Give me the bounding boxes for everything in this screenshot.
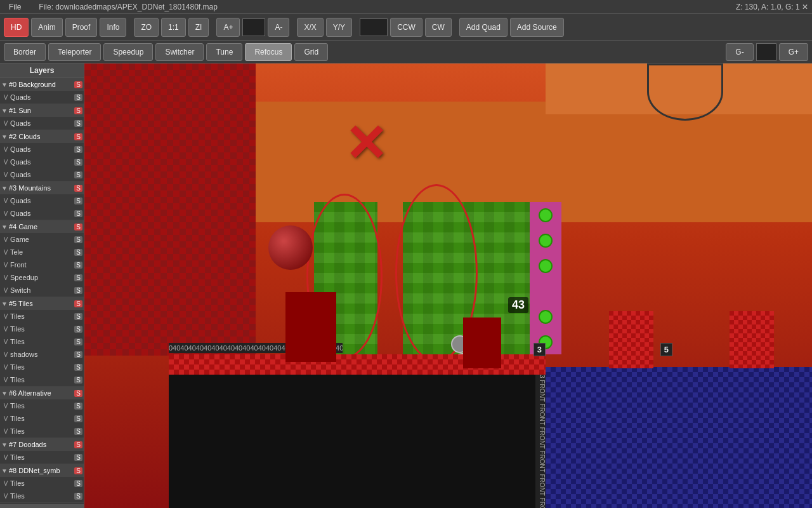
layer-group-8: ▼ #8 DDNet_symb S V Tiles S V Tiles S (0, 464, 84, 503)
layer-group-0-header[interactable]: ▼ #0 Background S (0, 78, 84, 91)
cw-button[interactable]: CW (425, 18, 452, 37)
layer-8-tiles-2[interactable]: V Tiles S (0, 490, 84, 502)
green-dot-4 (539, 310, 553, 324)
add-source-button[interactable]: Add Source (510, 18, 564, 37)
proof-button[interactable]: Proof (65, 18, 98, 37)
aplus-button[interactable]: A+ (216, 18, 240, 37)
group-8-s[interactable]: S (74, 467, 82, 474)
layer-group-2-header[interactable]: ▼ #2 Clouds S (0, 130, 84, 143)
group-2-s[interactable]: S (74, 133, 82, 140)
zi-button[interactable]: ZI (188, 18, 209, 37)
g-plus-button[interactable]: G+ (779, 43, 808, 61)
layer-4-tele[interactable]: V Tele S (0, 246, 84, 258)
layer-0-quads[interactable]: V Quads S (0, 91, 84, 104)
layer-group-7-header[interactable]: ▼ #7 Doodads S (0, 438, 84, 451)
layer-0-quads-name: Quads (10, 93, 73, 101)
canvas-area[interactable]: ✕ 43 04040404040404040404040404040404040… (84, 64, 812, 508)
zoom-val-button[interactable]: 1:1 (161, 18, 186, 37)
info-button[interactable]: Info (100, 18, 126, 37)
layer-2-quads-1[interactable]: V Quads S (0, 143, 84, 156)
red-deco-mid (463, 318, 501, 368)
terrain-step-1 (622, 114, 812, 165)
layer-group-2: ▼ #2 Clouds S V Quads S V Quads S V Quad… (0, 130, 84, 182)
alpha-input[interactable]: 1 (242, 18, 265, 36)
group-4-s[interactable]: S (74, 224, 82, 231)
layer-2-quads-3[interactable]: V Quads S (0, 168, 84, 181)
group-6-s[interactable]: S (74, 390, 82, 397)
hd-button[interactable]: HD (4, 18, 29, 37)
switcher-button[interactable]: Switcher (155, 43, 204, 61)
speedup-button[interactable]: Speedup (103, 43, 153, 61)
layer-2-quads-2[interactable]: V Quads S (0, 156, 84, 168)
g-value-input[interactable]: 1 (756, 43, 776, 61)
group-4-name: #4 Game (9, 223, 73, 231)
tune-button[interactable]: Tune (206, 43, 242, 61)
file-title: File: downloadedmaps/APEX_DDNet_1801480f… (39, 3, 218, 11)
layer-5-tiles-2[interactable]: V Tiles S (0, 323, 84, 335)
terrain-step-3 (571, 64, 622, 102)
xx-button[interactable]: X/X (297, 18, 323, 37)
ccw-button[interactable]: CCW (390, 18, 422, 37)
layer-4-speedup[interactable]: V Speedup S (0, 271, 84, 284)
layer-1-quads[interactable]: V Quads S (0, 117, 84, 130)
group-0-s[interactable]: S (74, 81, 82, 88)
dark-area-bottom (169, 375, 546, 508)
anim-button[interactable]: Anim (31, 18, 62, 37)
layer-6-tiles-3[interactable]: V Tiles S (0, 425, 84, 438)
group-1-s[interactable]: S (74, 107, 82, 114)
group-3-s[interactable]: S (74, 185, 82, 192)
vertical-num-strip: 3 FRONT FRONT FRONT FRONT FRONT FRONT FR… (535, 375, 546, 508)
group-2-name: #2 Clouds (9, 133, 73, 140)
layer-group-1-header[interactable]: ▼ #1 Sun S (0, 104, 84, 117)
angle-input[interactable]: 90 (360, 18, 388, 36)
layer-2-quads-3-s[interactable]: S (74, 171, 82, 178)
layer-8-tiles-1[interactable]: V Tiles S (0, 477, 84, 490)
layer-6-tiles-2[interactable]: V Tiles S (0, 412, 84, 425)
group-7-s[interactable]: S (74, 441, 82, 448)
layer-group-5-header[interactable]: ▼ #5 Tiles S (0, 297, 84, 310)
layers-header: Layers (0, 64, 84, 78)
grid-button[interactable]: Grid (294, 43, 328, 61)
layer-5-tiles-1[interactable]: V Tiles S (0, 310, 84, 323)
layer-0-quads-s[interactable]: S (74, 94, 82, 101)
layer-2-quads-2-s[interactable]: S (74, 159, 82, 166)
layer-4-game[interactable]: V Game S (0, 233, 84, 246)
aminus-button[interactable]: A- (268, 18, 289, 37)
g-minus-button[interactable]: G- (726, 43, 753, 61)
file-menu[interactable]: File (4, 1, 26, 13)
layer-group-4-header[interactable]: ▼ #4 Game S (0, 220, 84, 233)
vert-strip-text: 3 FRONT FRONT FRONT FRONT FRONT FRONT FR… (535, 375, 546, 508)
layer-6-tiles-1[interactable]: V Tiles S (0, 399, 84, 412)
layer-5-shadows[interactable]: V shadows S (0, 348, 84, 361)
main-toolbar: HD Anim Proof Info ZO 1:1 ZI A+ 1 A- X/X… (0, 14, 812, 41)
top-bar: File File: downloadedmaps/APEX_DDNet_180… (0, 0, 812, 14)
zo-button[interactable]: ZO (134, 18, 159, 37)
num-label-43: 43 (508, 297, 528, 313)
outline-oval-top (647, 64, 723, 121)
teleporter-button[interactable]: Teleporter (48, 43, 101, 61)
layer-5-tiles-5[interactable]: V Tiles S (0, 373, 84, 386)
small-platform-right (730, 311, 774, 368)
layer-2-quads-1-s[interactable]: S (74, 146, 82, 153)
group-3-name: #3 Mountains (9, 184, 73, 192)
layer-5-tiles-4[interactable]: V Tiles S (0, 361, 84, 373)
layer-4-front[interactable]: V Front S (0, 258, 84, 271)
layer-5-tiles-3[interactable]: V Tiles S (0, 335, 84, 348)
layer-4-switch[interactable]: V Switch S (0, 284, 84, 297)
layer-group-8-header[interactable]: ▼ #8 DDNet_symb S (0, 464, 84, 477)
layer-3-quads-1[interactable]: V Quads S (0, 194, 84, 207)
badge-3: 3 (534, 343, 546, 356)
green-dot-1 (539, 208, 553, 222)
add-group-button[interactable]: Add group (0, 504, 84, 508)
layer-7-tiles[interactable]: V Tiles S (0, 451, 84, 464)
top-right-info: Z: 130, A: 1.0, G: 1 ✕ (736, 3, 808, 11)
add-quad-button[interactable]: Add Quad (459, 18, 508, 37)
border-button[interactable]: Border (4, 43, 46, 61)
refocus-button[interactable]: Refocus (245, 43, 292, 61)
layer-group-6-header[interactable]: ▼ #6 Alternative S (0, 387, 84, 399)
group-5-s[interactable]: S (74, 300, 82, 307)
yy-button[interactable]: Y/Y (326, 18, 352, 37)
layer-group-3-header[interactable]: ▼ #3 Mountains S (0, 182, 84, 194)
layer-1-quads-s[interactable]: S (74, 120, 82, 127)
layer-3-quads-2[interactable]: V Quads S (0, 207, 84, 220)
